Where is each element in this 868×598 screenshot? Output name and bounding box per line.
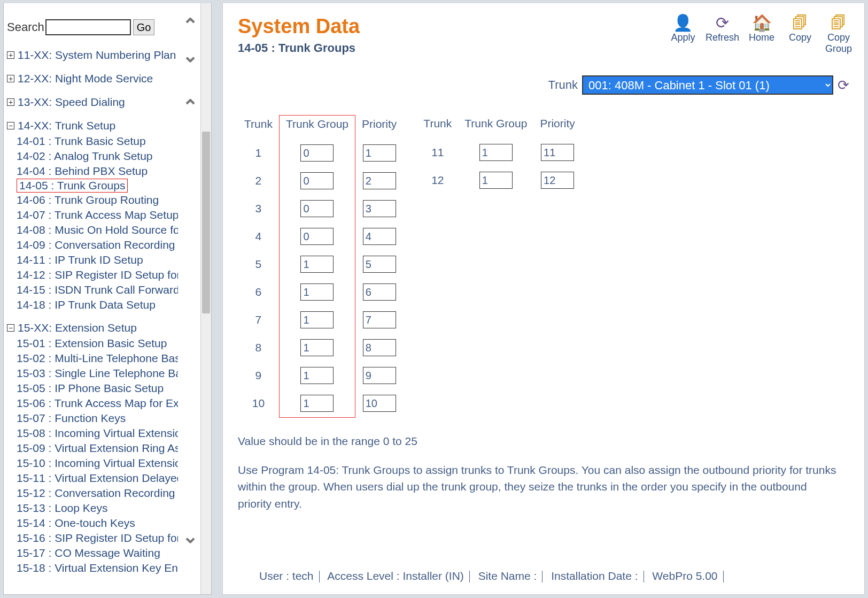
priority-input[interactable] <box>363 172 396 189</box>
tree-item[interactable]: 15-11 : Virtual Extension Delayed Ring A… <box>17 471 178 486</box>
trunk-table-left: TrunkTrunk GroupPriority12345678910 <box>238 115 403 418</box>
home-button[interactable]: 🏠 Home <box>746 15 778 54</box>
priority-input[interactable] <box>363 395 396 412</box>
sidebar-paging-arrows: ⌃ ⌄ ⌃ ⌄ <box>180 3 200 594</box>
trunk-group-input[interactable] <box>300 200 334 217</box>
expand-icon[interactable]: + <box>7 75 14 82</box>
tree-item[interactable]: 15-08 : Incoming Virtual Extension Ring … <box>17 426 178 441</box>
trunk-number: 7 <box>238 306 279 334</box>
tree-item[interactable]: 14-06 : Trunk Group Routing <box>17 193 178 208</box>
tree-section-header[interactable]: −14-XX: Trunk Setup <box>7 118 178 134</box>
trunk-number: 6 <box>238 278 279 306</box>
tree-section-label: 12-XX: Night Mode Service <box>18 72 153 85</box>
tree-item[interactable]: 15-12 : Conversation Recording Destinati… <box>17 486 178 501</box>
table-row: 10 <box>238 389 403 418</box>
apply-button[interactable]: 👤 Apply <box>667 15 699 54</box>
trunk-group-input[interactable] <box>300 339 334 356</box>
tree-item[interactable]: 15-18 : Virtual Extension Key Enhanced O <box>17 561 178 576</box>
search-input[interactable] <box>45 19 131 35</box>
priority-input[interactable] <box>541 172 574 189</box>
refresh-button[interactable]: ⟳ Refresh <box>706 15 739 54</box>
footer-install: Installation Date : <box>551 570 638 582</box>
trunk-group-input[interactable] <box>300 172 334 189</box>
trunk-number: 9 <box>238 362 279 389</box>
priority-input[interactable] <box>363 256 396 273</box>
trunk-group-input[interactable] <box>300 395 334 412</box>
tree-item[interactable]: 15-17 : CO Message Waiting <box>17 546 178 561</box>
copy-button[interactable]: 🗐 Copy <box>784 15 816 54</box>
search-go-button[interactable]: Go <box>133 19 155 35</box>
footer-user: User : tech <box>259 570 314 582</box>
tree-item[interactable]: 14-11 : IP Trunk ID Setup <box>17 252 178 267</box>
expand-icon[interactable]: + <box>7 98 14 106</box>
tree-item[interactable]: 14-18 : IP Trunk Data Setup <box>17 297 178 312</box>
tree-section-header[interactable]: +13-XX: Speed Dialing <box>7 94 178 110</box>
collapse-icon[interactable]: − <box>7 122 14 129</box>
tree-item[interactable]: 14-02 : Analog Trunk Setup <box>17 149 178 164</box>
tree-item[interactable]: 14-07 : Trunk Access Map Setup <box>17 208 178 223</box>
tree-item[interactable]: 14-08 : Music On Hold Source for Trunks <box>17 223 178 237</box>
tree-item[interactable]: 14-15 : ISDN Trunk Call Forward Setup <box>17 282 178 297</box>
chevron-down-icon[interactable]: ⌄ <box>182 527 198 546</box>
sidebar-scrollbar[interactable] <box>200 3 211 594</box>
chevron-up-icon[interactable]: ⌃ <box>182 97 198 117</box>
expand-icon[interactable]: + <box>7 51 14 59</box>
copy-group-button[interactable]: 🗐 Copy Group <box>823 15 855 54</box>
toolbar: 👤 Apply ⟳ Refresh 🏠 Home 🗐 Copy 🗐 <box>667 15 855 54</box>
trunk-group-input[interactable] <box>300 144 334 162</box>
tree-item[interactable]: 14-09 : Conversation Recording Destinati… <box>17 237 178 252</box>
priority-input[interactable] <box>363 283 396 301</box>
scrollbar-thumb[interactable] <box>202 132 210 313</box>
tree-item[interactable]: 15-14 : One-touch Keys <box>17 516 178 531</box>
priority-input[interactable] <box>363 200 396 217</box>
trunk-select-label: Trunk <box>548 78 578 92</box>
trunk-select[interactable]: 001: 408M - Cabinet 1 - Slot 01 (1) <box>582 75 833 95</box>
chevron-down-icon[interactable]: ⌄ <box>182 46 198 65</box>
trunk-group-input[interactable] <box>300 283 334 301</box>
column-header-priority: Priority <box>355 116 404 140</box>
tree-item[interactable]: 15-02 : Multi-Line Telephone Basic Setup <box>17 351 178 366</box>
priority-input[interactable] <box>363 228 396 245</box>
priority-input[interactable] <box>363 144 396 162</box>
tree-section-header[interactable]: +11-XX: System Numbering Plan <box>7 47 178 63</box>
table-row: 5 <box>238 250 403 278</box>
collapse-icon[interactable]: − <box>7 324 14 332</box>
trunk-group-input[interactable] <box>479 172 513 189</box>
tree-item[interactable]: 15-03 : Single Line Telephone Basic Setu… <box>17 366 178 381</box>
tree-item[interactable]: 15-06 : Trunk Access Map for Extensions <box>17 396 178 411</box>
trunk-group-input[interactable] <box>300 228 334 245</box>
tree-item[interactable]: 14-04 : Behind PBX Setup <box>17 164 178 179</box>
tree-item[interactable]: 15-16 : SIP Register ID Setup for Extens… <box>17 531 178 546</box>
tree-item[interactable]: 15-07 : Function Keys <box>17 411 178 426</box>
tree-item[interactable]: 14-12 : SIP Register ID Setup for IP Tru… <box>17 267 178 282</box>
priority-input[interactable] <box>363 311 396 328</box>
trunk-group-input[interactable] <box>300 367 334 384</box>
table-row: 12 <box>417 166 581 194</box>
tree-section-header[interactable]: −15-XX: Extension Setup <box>7 320 178 336</box>
tree-item[interactable]: 15-09 : Virtual Extension Ring Assignmen <box>17 441 178 456</box>
priority-input[interactable] <box>363 367 396 384</box>
trunk-group-input[interactable] <box>300 256 334 273</box>
page-title: System Data <box>238 15 360 38</box>
tree-item[interactable]: 15-01 : Extension Basic Setup <box>17 336 178 351</box>
tree-section-label: 13-XX: Speed Dialing <box>18 96 125 109</box>
table-row: 6 <box>238 278 403 306</box>
tree-section-label: 15-XX: Extension Setup <box>18 321 137 334</box>
tree-item[interactable]: 14-01 : Trunk Basic Setup <box>17 134 178 149</box>
priority-input[interactable] <box>541 144 574 161</box>
tree-item[interactable]: 15-13 : Loop Keys <box>17 501 178 516</box>
trunk-group-input[interactable] <box>479 144 513 161</box>
tree-section-header[interactable]: +12-XX: Night Mode Service <box>7 71 178 87</box>
tree-section-label: 11-XX: System Numbering Plan <box>18 49 176 62</box>
tree-item[interactable]: 15-10 : Incoming Virtual Extension Ring … <box>17 456 178 471</box>
priority-input[interactable] <box>363 339 396 356</box>
tree-item[interactable]: 14-05 : Trunk Groups <box>17 179 128 193</box>
trunk-group-input[interactable] <box>300 311 334 328</box>
chevron-up-icon[interactable]: ⌃ <box>182 16 198 35</box>
trunk-refresh-icon[interactable]: ⟳ <box>838 77 849 94</box>
trunk-number: 3 <box>238 195 279 223</box>
trunk-number: 12 <box>417 166 458 194</box>
help-description: Use Program 14-05: Trunk Groups to assig… <box>238 462 842 512</box>
footer-access: Access Level : Installer (IN) <box>327 570 464 582</box>
tree-item[interactable]: 15-05 : IP Phone Basic Setup <box>17 381 178 396</box>
